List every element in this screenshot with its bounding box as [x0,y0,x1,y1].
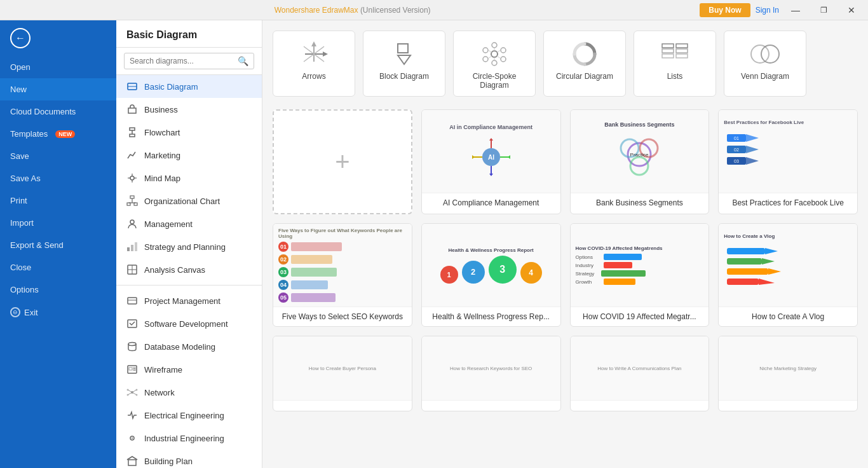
sidebar-item-new[interactable]: New [0,78,116,100]
secondary-header: Basic Diagram [116,20,262,48]
sec-nav-industrial[interactable]: Industrial Engineering [116,427,262,450]
sidebar-item-save[interactable]: Save [0,145,116,167]
sidebar-nav: Open New Cloud Documents Templates NEW S… [0,56,116,324]
sec-nav-network[interactable]: Network [116,381,262,404]
sidebar-item-saveas[interactable]: Save As [0,167,116,189]
sidebar-item-print[interactable]: Print [0,189,116,212]
diagram-type-circle-spoke[interactable]: Circle-Spoke Diagram [453,31,536,97]
add-new-template[interactable]: + [273,109,412,214]
svg-point-54 [501,57,506,62]
basic-diagram-icon [126,81,138,92]
svg-rect-4 [130,134,135,137]
template-vlog[interactable]: How to Create a Vlog How t [718,223,858,327]
sidebar-item-templates[interactable]: Templates NEW [0,123,116,145]
sidebar-item-export[interactable]: Export & Send [0,234,116,256]
close-button[interactable]: ✕ [840,1,863,19]
svg-line-63 [488,50,492,52]
main-content: Arrows Block Diagram [262,20,868,468]
svg-rect-102 [727,279,759,285]
template-thumb-bottom1: How to Create Buyer Persona [273,336,412,400]
diagram-type-block[interactable]: Block Diagram [363,31,445,97]
sec-nav-label-business: Business [144,105,178,114]
diagram-type-arrows[interactable]: Arrows [273,31,355,97]
svg-marker-80 [489,174,493,176]
template-thumb-bottom2: How to Research Keywords for SEO [422,336,560,400]
sec-nav-building[interactable]: Building Plan [116,450,262,468]
search-area: 🔍 [116,48,262,75]
svg-text:02: 02 [734,148,739,152]
template-covid[interactable]: How COVID-19 Affected Megatrends Options… [570,223,710,327]
circular-label: Circular Diagram [556,72,613,81]
buynow-button[interactable]: Buy Now [700,3,750,17]
svg-point-55 [492,60,497,65]
block-icon [389,41,419,67]
sec-nav-software[interactable]: Software Development [116,312,262,335]
svg-marker-89 [746,134,759,142]
template-health[interactable]: Health & Wellness Progress Report 1 2 3 … [421,223,561,327]
svg-rect-12 [127,203,130,205]
sec-nav-marketing[interactable]: Marketing [116,144,262,167]
template-thumb-health: Health & Wellness Progress Report 1 2 3 … [422,224,560,306]
svg-line-60 [497,56,501,59]
sec-nav-database[interactable]: Database Modeling [116,335,262,358]
venn-label: Venn Diagram [741,72,789,81]
arrows-label: Arrows [302,72,325,81]
sidebar-item-exit[interactable]: ⊖ Exit [0,301,116,324]
svg-point-56 [483,57,488,62]
sec-nav-electrical[interactable]: Electrical Engineering [116,404,262,427]
sidebar-item-open[interactable]: Open [0,56,116,78]
svg-rect-29 [133,368,135,369]
sec-divider [116,285,262,286]
block-icon-area [388,41,420,67]
titlebar-actions: Buy Now Sign In — ❐ ✕ [700,1,863,19]
database-icon [126,341,138,352]
signin-button[interactable]: Sign In [756,6,779,15]
template-label-bottom3 [571,400,709,411]
secondary-title: Basic Diagram [126,29,197,40]
svg-rect-65 [662,49,674,53]
template-seo[interactable]: Five Ways to Figure out What Keywords Pe… [273,223,412,327]
template-fb-live[interactable]: Best Practices for Facebook Live 01 02 0… [718,109,858,214]
sec-nav-project[interactable]: Project Management [116,289,262,312]
template-bottom2[interactable]: How to Research Keywords for SEO [421,336,561,411]
templates-grid: + AI in Compliance Management AI [273,109,858,411]
analysis-icon [126,264,138,275]
sidebar-item-close[interactable]: Close [0,256,116,279]
sec-nav-management[interactable]: Management [116,212,262,235]
circle-spoke-icon-area [478,41,510,67]
sec-nav-analysis[interactable]: Analysis Canvas [116,258,262,281]
back-button[interactable]: ← [0,20,116,56]
sec-nav-strategy[interactable]: Strategy and Planning [116,235,262,258]
sidebar-item-cloud[interactable]: Cloud Documents [0,100,116,123]
sec-nav-business[interactable]: Business [116,98,262,121]
diagram-type-lists[interactable]: Lists [634,31,716,97]
sec-nav-wireframe[interactable]: Wireframe [116,358,262,381]
diagram-type-circular[interactable]: Circular Diagram [543,31,626,97]
template-label-ai: AI Compliance Management [422,193,560,212]
template-ai-compliance[interactable]: AI in Compliance Management AI [421,109,561,214]
search-icon[interactable]: 🔍 [238,56,248,66]
sidebar-label-import: Import [10,218,34,228]
sidebar-label-open: Open [10,62,31,72]
sec-nav-label-network: Network [144,388,175,397]
maximize-button[interactable]: ❐ [812,1,835,19]
circular-icon-area [569,41,600,67]
sec-nav-orgchart[interactable]: Organizational Chart [116,189,262,212]
svg-rect-64 [662,44,674,48]
sidebar-item-import[interactable]: Import [0,212,116,234]
sec-nav-basic-diagram[interactable]: Basic Diagram [116,75,262,98]
project-icon [126,295,138,306]
svg-text:01: 01 [734,136,739,141]
sec-nav-mindmap[interactable]: Mind Map [116,167,262,189]
template-bank-business[interactable]: Bank Business Segments Practice Bank Bus… [570,109,710,214]
template-bottom4[interactable]: Niche Marketing Strategy [718,336,858,411]
minimize-button[interactable]: — [784,1,807,19]
template-bottom3[interactable]: How to Write A Communications Plan [570,336,710,411]
diagram-type-venn[interactable]: Venn Diagram [724,31,806,97]
search-input[interactable] [130,57,238,65]
sidebar-item-options[interactable]: Options [0,279,116,301]
wireframe-icon [126,364,138,375]
sec-nav-flowchart[interactable]: Flowchart [116,121,262,144]
template-bottom1[interactable]: How to Create Buyer Persona [273,336,412,411]
svg-text:03: 03 [734,159,739,163]
